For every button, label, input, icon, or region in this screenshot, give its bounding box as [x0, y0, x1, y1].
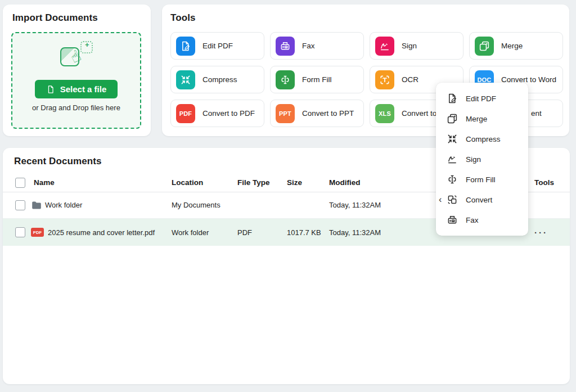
column-header-tools: Tools: [534, 173, 554, 192]
row-name: 2025 resume and cover letter.pdf: [48, 219, 155, 246]
row-size: 1017.7 KB: [287, 219, 321, 246]
import-documents-panel: Import Documents + ☝ Select a file or Dr…: [3, 4, 151, 136]
row-checkbox[interactable]: [15, 200, 25, 210]
tool-card-edit-pdf[interactable]: Edit PDF: [170, 32, 264, 60]
recent-documents-title: Recent Documents: [14, 156, 102, 167]
row-location: My Documents: [172, 192, 220, 218]
import-documents-title: Import Documents: [12, 12, 98, 24]
tool-card-convert-to-pdf[interactable]: PDF Convert to PDF: [170, 100, 264, 127]
fax-icon: [447, 214, 458, 226]
select-a-file-label: Select a file: [60, 84, 107, 94]
form-fill-icon: [276, 70, 295, 89]
edit-pdf-icon: [447, 93, 458, 104]
row-checkbox[interactable]: [15, 227, 25, 237]
menu-item-convert[interactable]: ‹ Convert: [436, 190, 528, 210]
tool-card-form-fill[interactable]: Form Fill: [270, 66, 364, 93]
row-actions-ellipsis-button[interactable]: ···: [534, 219, 548, 246]
tool-card-convert-to-ppt[interactable]: PPT Convert to PPT: [270, 100, 364, 127]
plus-icon: +: [85, 41, 89, 48]
file-dropzone[interactable]: + ☝ Select a file or Drag and Drop files…: [11, 32, 141, 129]
sign-icon: [375, 37, 394, 56]
app-root: Import Documents + ☝ Select a file or Dr…: [0, 0, 576, 392]
menu-item-merge[interactable]: Merge: [436, 109, 528, 129]
tool-card-fax[interactable]: Fax: [270, 32, 364, 60]
compress-icon: [176, 70, 195, 89]
row-modified: Today, 11:32AM: [329, 219, 381, 246]
merge-icon: [475, 37, 494, 56]
fax-icon: [276, 37, 295, 56]
merge-icon: [447, 113, 458, 124]
menu-item-compress[interactable]: Compress: [436, 129, 528, 149]
menu-item-sign[interactable]: Sign: [436, 149, 528, 169]
tool-card-sign[interactable]: Sign: [370, 32, 464, 60]
file-icon: [46, 85, 55, 94]
tools-context-menu: Edit PDF Merge Compress Sign Form Fill ‹…: [436, 83, 528, 236]
menu-item-form-fill[interactable]: Form Fill: [436, 169, 528, 190]
select-a-file-button[interactable]: Select a file: [35, 80, 118, 98]
column-header-size: Size: [287, 173, 302, 192]
row-file-type: PDF: [237, 219, 252, 246]
pdf-file-badge-icon: PDF: [31, 228, 44, 237]
column-header-file-type: File Type: [237, 173, 270, 192]
drag-drop-hint: or Drag and Drop files here: [12, 103, 140, 112]
menu-item-fax[interactable]: Fax: [436, 210, 528, 230]
pdf-file-icon: PDF: [176, 104, 195, 123]
tools-title: Tools: [170, 12, 196, 24]
row-modified: Today, 11:32AM: [329, 192, 381, 218]
edit-pdf-icon: [176, 37, 195, 56]
row-location: Work folder: [172, 219, 209, 246]
drag-drop-hand-icon: + ☝: [58, 41, 94, 74]
sign-icon: [447, 154, 458, 165]
chevron-left-icon: ‹: [439, 195, 442, 205]
column-header-modified: Modified: [329, 173, 361, 192]
column-header-name: Name: [34, 173, 55, 192]
column-header-location: Location: [172, 173, 203, 192]
menu-item-edit-pdf[interactable]: Edit PDF: [436, 88, 528, 109]
ppt-file-icon: PPT: [276, 104, 295, 123]
compress-icon: [447, 133, 458, 145]
tool-card-merge[interactable]: Merge: [469, 32, 563, 60]
tool-card-compress[interactable]: Compress: [170, 66, 264, 93]
xls-file-icon: XLS: [375, 104, 394, 123]
folder-icon: [31, 200, 42, 211]
form-fill-icon: [447, 174, 458, 185]
ocr-icon: [375, 70, 394, 89]
convert-icon: [447, 194, 458, 205]
row-name: Work folder: [45, 192, 82, 218]
select-all-checkbox[interactable]: [15, 178, 25, 188]
